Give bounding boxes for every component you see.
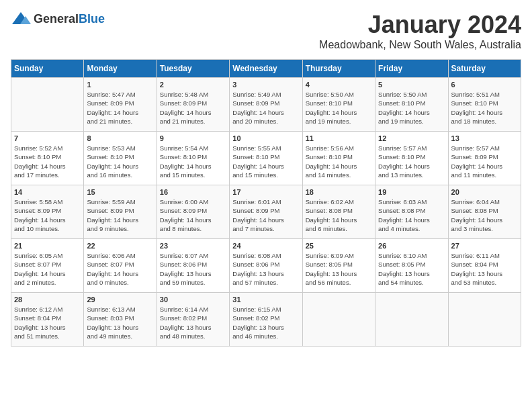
day-number: 16 [160,188,226,196]
day-info: Sunrise: 5:58 AM Sunset: 8:09 PM Dayligh… [14,197,81,233]
day-number: 17 [232,188,299,196]
day-number: 10 [232,134,299,142]
calendar-cell: 31Sunrise: 6:15 AM Sunset: 8:02 PM Dayli… [230,293,302,347]
day-number: 28 [14,295,81,304]
calendar-cell [302,293,375,347]
day-info: Sunrise: 5:50 AM Sunset: 8:10 PM Dayligh… [378,90,445,126]
calendar-cell: 20Sunrise: 6:04 AM Sunset: 8:08 PM Dayli… [448,185,521,239]
day-info: Sunrise: 5:56 AM Sunset: 8:10 PM Dayligh… [306,144,372,179]
day-number: 6 [451,81,518,89]
calendar-cell: 11Sunrise: 5:56 AM Sunset: 8:10 PM Dayli… [302,132,375,185]
calendar-cell: 10Sunrise: 5:55 AM Sunset: 8:10 PM Dayli… [230,132,302,185]
calendar-week-row: 21Sunrise: 6:05 AM Sunset: 8:07 PM Dayli… [11,239,521,293]
day-number: 24 [232,242,299,250]
calendar-cell: 29Sunrise: 6:13 AM Sunset: 8:03 PM Dayli… [84,293,157,347]
title-section: January 2024 Meadowbank, New South Wales… [319,11,521,51]
calendar-cell: 13Sunrise: 5:57 AM Sunset: 8:09 PM Dayli… [448,132,521,185]
calendar-cell: 28Sunrise: 6:12 AM Sunset: 8:04 PM Dayli… [11,293,84,347]
day-number: 21 [14,242,81,250]
day-number: 3 [232,81,299,89]
calendar-cell: 18Sunrise: 6:02 AM Sunset: 8:08 PM Dayli… [302,185,375,239]
day-number: 11 [306,134,372,142]
day-info: Sunrise: 5:52 AM Sunset: 8:10 PM Dayligh… [14,144,81,179]
calendar-header-cell: Tuesday [157,60,229,78]
day-number: 8 [87,134,153,142]
calendar-header-row: SundayMondayTuesdayWednesdayThursdayFrid… [11,60,521,78]
calendar-header-cell: Sunday [11,60,84,78]
calendar-cell [11,78,84,132]
calendar-cell: 8Sunrise: 5:53 AM Sunset: 8:10 PM Daylig… [84,132,157,185]
calendar-cell: 7Sunrise: 5:52 AM Sunset: 8:10 PM Daylig… [11,132,84,185]
calendar-cell: 26Sunrise: 6:10 AM Sunset: 8:05 PM Dayli… [375,239,448,293]
day-number: 27 [451,242,518,250]
day-number: 4 [306,81,372,89]
calendar-cell: 24Sunrise: 6:08 AM Sunset: 8:06 PM Dayli… [230,239,302,293]
calendar-header-cell: Thursday [302,60,375,78]
logo: GeneralBlue [11,11,105,27]
calendar-cell: 5Sunrise: 5:50 AM Sunset: 8:10 PM Daylig… [375,78,448,132]
page-header: GeneralBlue January 2024 Meadowbank, New… [11,11,521,51]
day-info: Sunrise: 5:57 AM Sunset: 8:10 PM Dayligh… [378,144,445,179]
day-info: Sunrise: 6:03 AM Sunset: 8:08 PM Dayligh… [378,197,445,233]
day-info: Sunrise: 5:54 AM Sunset: 8:10 PM Dayligh… [160,144,226,179]
calendar-cell: 12Sunrise: 5:57 AM Sunset: 8:10 PM Dayli… [375,132,448,185]
calendar-cell [375,293,448,347]
calendar-cell: 21Sunrise: 6:05 AM Sunset: 8:07 PM Dayli… [11,239,84,293]
calendar-cell: 3Sunrise: 5:49 AM Sunset: 8:09 PM Daylig… [230,78,302,132]
calendar-cell: 2Sunrise: 5:48 AM Sunset: 8:09 PM Daylig… [157,78,229,132]
day-number: 26 [378,242,445,250]
day-info: Sunrise: 5:51 AM Sunset: 8:10 PM Dayligh… [451,90,518,126]
subtitle: Meadowbank, New South Wales, Australia [319,39,521,51]
calendar-week-row: 14Sunrise: 5:58 AM Sunset: 8:09 PM Dayli… [11,185,521,239]
day-number: 19 [378,188,445,196]
calendar-cell: 25Sunrise: 6:09 AM Sunset: 8:05 PM Dayli… [302,239,375,293]
day-number: 22 [87,242,153,250]
calendar-cell: 30Sunrise: 6:14 AM Sunset: 8:02 PM Dayli… [157,293,229,347]
calendar-table: SundayMondayTuesdayWednesdayThursdayFrid… [11,59,521,347]
day-info: Sunrise: 5:47 AM Sunset: 8:09 PM Dayligh… [87,90,153,126]
day-info: Sunrise: 6:12 AM Sunset: 8:04 PM Dayligh… [14,305,81,340]
calendar-cell: 9Sunrise: 5:54 AM Sunset: 8:10 PM Daylig… [157,132,229,185]
day-number: 18 [306,188,372,196]
day-info: Sunrise: 6:07 AM Sunset: 8:06 PM Dayligh… [160,251,226,287]
day-info: Sunrise: 5:48 AM Sunset: 8:09 PM Dayligh… [160,90,226,126]
day-number: 29 [87,295,153,304]
calendar-cell: 19Sunrise: 6:03 AM Sunset: 8:08 PM Dayli… [375,185,448,239]
calendar-week-row: 1Sunrise: 5:47 AM Sunset: 8:09 PM Daylig… [11,78,521,132]
day-number: 1 [87,81,153,89]
day-info: Sunrise: 6:13 AM Sunset: 8:03 PM Dayligh… [87,305,153,340]
calendar-cell: 4Sunrise: 5:50 AM Sunset: 8:10 PM Daylig… [302,78,375,132]
day-number: 23 [160,242,226,250]
day-number: 2 [160,81,226,89]
calendar-week-row: 28Sunrise: 6:12 AM Sunset: 8:04 PM Dayli… [11,293,521,347]
logo-icon [11,11,31,27]
day-info: Sunrise: 6:15 AM Sunset: 8:02 PM Dayligh… [232,305,299,340]
day-number: 20 [451,188,518,196]
day-info: Sunrise: 6:11 AM Sunset: 8:04 PM Dayligh… [451,251,518,287]
calendar-header-cell: Friday [375,60,448,78]
day-number: 14 [14,188,81,196]
calendar-body: 1Sunrise: 5:47 AM Sunset: 8:09 PM Daylig… [11,78,521,347]
calendar-header-cell: Monday [84,60,157,78]
day-number: 30 [160,295,226,304]
day-info: Sunrise: 5:57 AM Sunset: 8:09 PM Dayligh… [451,144,518,179]
day-number: 7 [14,134,81,142]
day-number: 31 [232,295,299,304]
day-number: 15 [87,188,153,196]
calendar-cell: 14Sunrise: 5:58 AM Sunset: 8:09 PM Dayli… [11,185,84,239]
calendar-cell: 27Sunrise: 6:11 AM Sunset: 8:04 PM Dayli… [448,239,521,293]
day-info: Sunrise: 6:09 AM Sunset: 8:05 PM Dayligh… [306,251,372,287]
day-info: Sunrise: 6:10 AM Sunset: 8:05 PM Dayligh… [378,251,445,287]
day-info: Sunrise: 5:55 AM Sunset: 8:10 PM Dayligh… [232,144,299,179]
calendar-cell: 17Sunrise: 6:01 AM Sunset: 8:09 PM Dayli… [230,185,302,239]
day-info: Sunrise: 6:00 AM Sunset: 8:09 PM Dayligh… [160,197,226,233]
day-info: Sunrise: 5:49 AM Sunset: 8:09 PM Dayligh… [232,90,299,126]
calendar-week-row: 7Sunrise: 5:52 AM Sunset: 8:10 PM Daylig… [11,132,521,185]
logo-text: GeneralBlue [34,12,105,26]
calendar-cell: 16Sunrise: 6:00 AM Sunset: 8:09 PM Dayli… [157,185,229,239]
day-number: 25 [306,242,372,250]
day-number: 13 [451,134,518,142]
day-info: Sunrise: 6:04 AM Sunset: 8:08 PM Dayligh… [451,197,518,233]
day-number: 5 [378,81,445,89]
day-info: Sunrise: 6:08 AM Sunset: 8:06 PM Dayligh… [232,251,299,287]
